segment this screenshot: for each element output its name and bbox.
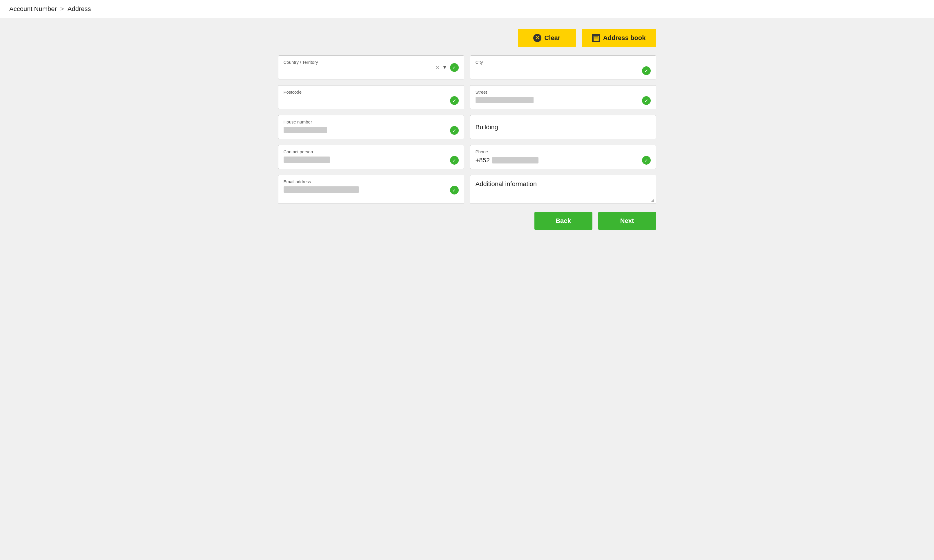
email-check-icon: ✓ (450, 186, 459, 194)
country-clear-icon[interactable]: ✕ (435, 65, 439, 71)
country-field: Country / Territory Hong Kong SAR, China… (278, 55, 464, 79)
clear-button[interactable]: ✕ Clear (518, 29, 576, 47)
postcode-field: Postcode 00000 ✓ (278, 85, 464, 109)
country-input[interactable]: Hong Kong SAR, China (284, 66, 459, 74)
breadcrumb-step2: Address (68, 5, 91, 13)
city-label: City (476, 60, 651, 65)
email-field: Email address ✓ (278, 175, 464, 204)
breadcrumb-separator: > (60, 5, 64, 13)
street-label: Street (476, 89, 651, 94)
house-number-label: House number (284, 119, 459, 125)
house-number-check-icon: ✓ (450, 126, 459, 135)
clear-icon: ✕ (533, 34, 541, 42)
address-book-button[interactable]: ▤ Address book (582, 29, 656, 47)
city-input[interactable]: Hong Kong (476, 67, 642, 74)
phone-check-icon: ✓ (642, 156, 651, 165)
back-label: Back (556, 217, 571, 225)
postcode-check-icon: ✓ (450, 96, 459, 105)
action-buttons-row: ✕ Clear ▤ Address book (278, 29, 656, 47)
postcode-label: Postcode (284, 89, 459, 94)
next-button[interactable]: Next (598, 212, 656, 230)
resize-handle-icon[interactable]: ◢ (651, 198, 654, 202)
email-label: Email address (284, 179, 459, 184)
phone-field: Phone +852 ✓ (470, 145, 656, 169)
house-number-field: House number ✓ (278, 115, 464, 139)
phone-prefix: +852 (476, 157, 490, 164)
country-dropdown-arrow[interactable]: ▼ (442, 65, 447, 70)
building-field: Building (470, 115, 656, 139)
contact-person-field: Contact person ✓ (278, 145, 464, 169)
back-button[interactable]: Back (535, 212, 592, 230)
country-controls: ✕ ▼ ✓ (435, 63, 459, 72)
address-book-label: Address book (603, 34, 646, 42)
breadcrumb-bar: Account Number > Address (0, 0, 934, 18)
contact-person-label: Contact person (284, 149, 459, 154)
building-value: Building (476, 123, 498, 131)
additional-information-value: Additional information (476, 180, 537, 188)
phone-label: Phone (476, 149, 651, 154)
address-book-icon: ▤ (592, 34, 600, 42)
street-value-bar (476, 97, 533, 103)
house-number-bar (284, 127, 327, 133)
country-check-icon: ✓ (450, 63, 459, 72)
street-field: Street ✓ (470, 85, 656, 109)
postcode-input[interactable]: 00000 (284, 97, 450, 105)
city-check-icon: ✓ (642, 66, 651, 75)
contact-check-icon: ✓ (450, 156, 459, 165)
main-content: ✕ Clear ▤ Address book Country / Territo… (264, 18, 670, 240)
contact-person-bar (284, 157, 330, 163)
bottom-buttons-row: Back Next (278, 212, 656, 230)
country-field-row: Hong Kong SAR, China ✕ ▼ ✓ (284, 66, 459, 74)
form-grid: Country / Territory Hong Kong SAR, China… (278, 55, 656, 204)
additional-information-field: Additional information ◢ (470, 175, 656, 204)
street-check-icon: ✓ (642, 96, 651, 105)
city-field: City Hong Kong ✓ (470, 55, 656, 79)
email-value-bar (284, 186, 359, 193)
country-label: Country / Territory (284, 60, 459, 65)
phone-value-bar (492, 157, 538, 163)
breadcrumb-step1: Account Number (9, 5, 57, 13)
next-label: Next (620, 217, 634, 225)
clear-label: Clear (544, 34, 560, 42)
